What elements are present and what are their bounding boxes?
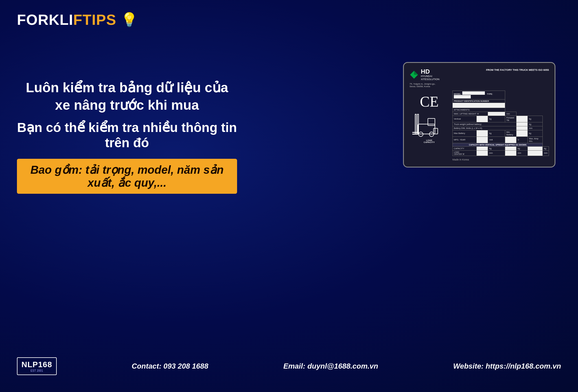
mm-lc1: mm: [488, 150, 505, 156]
kg-cap3: kg: [543, 146, 549, 150]
sub-heading: Bạn có thể kiểm tra nhiều thông tin trên…: [17, 120, 237, 150]
contact-label: Contact:: [132, 362, 163, 370]
battery-dim-value: [516, 126, 528, 130]
contact-value: 093 208 1688: [163, 362, 208, 370]
plate-body: CE LOAD CAPACITY: [410, 91, 549, 161]
table-row: [453, 103, 549, 108]
max-battery-label: Max Battery: [453, 130, 477, 136]
logo-tips: FTIPS: [73, 12, 116, 28]
iso-text: FROM THE FACTORY THIS TRUCK MEETS ISO 60…: [486, 69, 549, 71]
capacity-section-header: CAPACITY WITH VERTICAL UPRIGHT EQUIPPED …: [453, 143, 543, 146]
brand-name: HD: [421, 69, 439, 75]
email-label: Email:: [283, 362, 307, 370]
max-lifting-label: MAX. LIFTING HEIGHT 'A': [453, 112, 488, 116]
plate-header: HD HYUNDAI XITESOLUTION 75, Yulgok-ro, J…: [410, 69, 549, 88]
table-row: MFG. YEAR Volt V Max. Amp Hrs.: [453, 136, 549, 143]
mm-lc2: mm: [516, 150, 528, 156]
website-label: Website:: [453, 362, 486, 370]
table-row: Truck weight (without battery) kg: [453, 122, 549, 126]
kg-cap2: kg: [516, 146, 528, 150]
truck-weight-label: Truck weight (without battery): [453, 122, 516, 126]
capacity-value3: [528, 146, 543, 150]
prod-id-label: PRODUCT IDENTIFICATION NUMBER: [453, 99, 505, 103]
brand-section: HD HYUNDAI XITESOLUTION 75, Yulgok-ro, J…: [410, 69, 439, 88]
max-amp-label: Max. Amp Hrs.: [528, 136, 543, 143]
nlp-logo: NLP168 EST 2001: [17, 357, 57, 375]
nlp-est: EST 2001: [21, 369, 52, 372]
load-center-label: LOAD CENTER 'B': [453, 150, 477, 156]
header: FORKLIFTIPS 💡: [17, 11, 138, 28]
forward-tilt-value: [516, 116, 528, 122]
prod-id-value: [453, 103, 505, 108]
table-row: CAPACITY kg kg kg: [453, 146, 549, 150]
mm-lc3: mm: [543, 150, 549, 156]
svg-rect-7: [412, 134, 419, 135]
load-center-value1: [477, 150, 488, 156]
truck-weight-value: [516, 122, 528, 126]
table-row: LOAD CENTER 'B' mm mm mm: [453, 150, 549, 156]
svg-rect-4: [415, 114, 416, 134]
battery-dim-label: Battery DIM. limits (L x W x H): [453, 126, 516, 130]
highlight-box: Bao gồm: tải trọng, model, năm sản xuất,…: [17, 159, 237, 194]
brand-sub: HYUNDAI XITESOLUTION: [421, 75, 439, 81]
svg-rect-3: [428, 118, 435, 125]
capacity-value1: [477, 146, 488, 150]
table-row: CAPACITY WITH VERTICAL UPRIGHT EQUIPPED …: [453, 143, 549, 146]
min-battery-label: Min Battery: [505, 130, 516, 136]
plate-table: MODEL: TYPE: PRODUCT IDENTIFICATION NUMB…: [452, 91, 549, 156]
kg-unit2: kg: [528, 116, 543, 122]
nlp-logo-section: NLP168 EST 2001: [17, 357, 57, 375]
volt-label: Volt: [488, 136, 505, 143]
volt-value: [505, 136, 516, 143]
kg-unit4: kg: [488, 130, 505, 136]
left-content: Luôn kiểm tra bảng dữ liệu của xe nâng t…: [17, 79, 237, 194]
v-label: V: [516, 136, 528, 143]
model-label: MODEL: TYPE:: [453, 91, 505, 99]
kg-unit5: kg: [528, 130, 543, 136]
capacity-label: CAPACITY: [453, 146, 477, 150]
bulb-icon: 💡: [121, 12, 138, 28]
email-section: Email: duynl@1688.com.vn: [283, 362, 378, 371]
table-row: Max Battery kg Min Battery kg: [453, 130, 549, 136]
table-row: Vertical kg Forward Tilt kg: [453, 116, 549, 122]
svg-rect-10: [434, 128, 438, 134]
load-center-value3: [528, 150, 543, 156]
kg-unit1: kg: [488, 116, 505, 122]
capacity-value2: [505, 146, 516, 150]
brand-address: 75, Yulgok-ro, Jongno-gu, Seoul, 03058, …: [410, 83, 439, 88]
max-battery-value: [477, 130, 488, 136]
ce-mark: CE: [420, 93, 439, 110]
kg-cap1: kg: [488, 146, 505, 150]
data-plate: HD HYUNDAI XITESOLUTION 75, Yulgok-ro, J…: [403, 62, 555, 168]
plate-right: MODEL: TYPE: PRODUCT IDENTIFICATION NUMB…: [452, 91, 549, 161]
max-lifting-value: [488, 112, 505, 116]
vertical-label: Vertical: [453, 116, 477, 122]
contact-section: Contact: 093 208 1688: [132, 362, 208, 371]
logo: FORKLIFTIPS: [17, 11, 116, 28]
iso-section: FROM THE FACTORY THIS TRUCK MEETS ISO 60…: [486, 69, 549, 71]
table-row: Battery DIM. limits (L x W x H) mm: [453, 126, 549, 130]
highlight-text: Bao gồm: tải trọng, model, năm sản xuất,…: [30, 164, 224, 189]
hd-diamond-icon: [410, 70, 419, 79]
website-section: Website: https://nlp168.com.vn: [453, 362, 561, 371]
load-capacity-label: LOAD CAPACITY: [424, 139, 435, 143]
forward-tilt-label: Forward Tilt: [505, 116, 516, 122]
plate-left: CE LOAD CAPACITY: [410, 91, 449, 161]
mfg-year-value: [477, 136, 488, 143]
kg-unit3: kg: [528, 122, 543, 126]
vertical-value: [477, 116, 488, 122]
mm-unit: mm: [505, 112, 516, 116]
mfg-year-label: MFG. YEAR: [453, 136, 477, 143]
svg-marker-1: [414, 71, 418, 75]
nlp-logo-text: NLP168: [21, 360, 52, 369]
attachments-label: ATTACHMENTS:: [453, 108, 505, 112]
load-center-value2: [505, 150, 516, 156]
table-row: ATTACHMENTS:: [453, 108, 549, 112]
email-value: duynl@1688.com.vn: [307, 362, 378, 370]
hd-logo: HD HYUNDAI XITESOLUTION: [410, 69, 439, 81]
mm-unit2: mm: [528, 126, 543, 130]
table-row: PRODUCT IDENTIFICATION NUMBER: [453, 99, 549, 103]
table-row: MAX. LIFTING HEIGHT 'A' mm: [453, 112, 549, 116]
main-heading: Luôn kiểm tra bảng dữ liệu của xe nâng t…: [17, 79, 237, 114]
logo-fork: FORKLI: [17, 12, 73, 28]
